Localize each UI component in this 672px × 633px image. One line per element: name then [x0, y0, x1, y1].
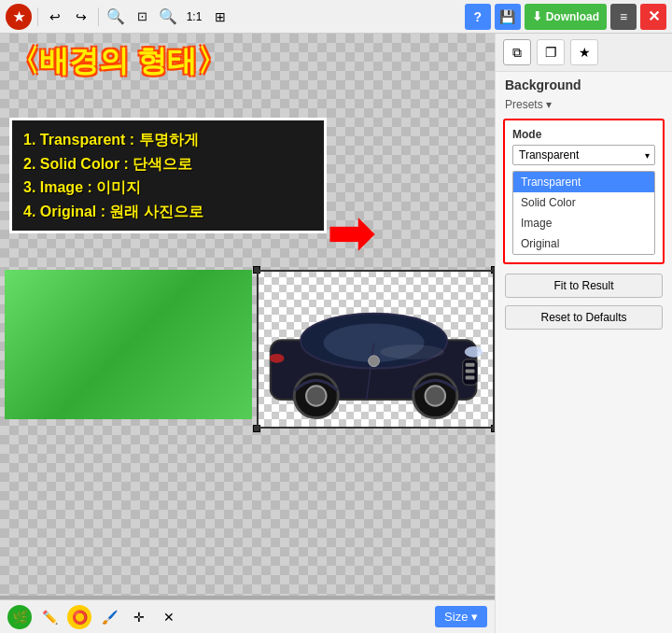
copy-icon-btn[interactable]: ❐	[537, 39, 565, 65]
bottom-toolbar: 🌿 ✏️ ⭕ 🖌️ ✛ ✕	[0, 599, 495, 633]
left-image-panel[interactable]	[5, 270, 252, 419]
layers-icon-btn[interactable]: ⧉	[503, 39, 531, 65]
toolbar-separator-1	[37, 7, 38, 26]
dropdown-item-image[interactable]: Image	[513, 213, 654, 233]
transparent-background	[257, 270, 495, 429]
presets-arrow-icon: ▾	[546, 98, 552, 111]
sidebar-icons-row: ⧉ ❐ ★	[496, 34, 672, 72]
svg-rect-20	[466, 363, 475, 367]
info-box: 1. Transparent : 투명하게 2. Solid Color : 단…	[9, 118, 327, 233]
canvas-title: 〈배경의 형태〉	[9, 41, 227, 82]
title-overlay: 〈배경의 형태〉	[9, 41, 227, 82]
zoom-fit-button[interactable]: ⊡	[131, 6, 153, 28]
dropdown-item-transparent[interactable]: Transparent	[513, 172, 654, 192]
zoom-in-button[interactable]: 🔍	[157, 6, 179, 28]
svg-point-26	[306, 386, 327, 406]
zoom-100-button[interactable]: 1:1	[183, 6, 205, 28]
menu-button[interactable]: ≡	[610, 4, 637, 30]
canvas-work	[0, 265, 495, 596]
right-sidebar: ⧉ ❐ ★ Background Presets ▾ Mode Transpar…	[495, 34, 672, 633]
mode-section: Mode Transparent Solid Color Image Origi…	[503, 119, 665, 264]
main-area: 〈배경의 형태〉 1. Transparent : 투명하게 2. Solid …	[0, 34, 672, 633]
undo-button[interactable]: ↩	[44, 6, 66, 28]
background-section-label: Background	[496, 72, 672, 94]
dropdown-item-original[interactable]: Original	[513, 233, 654, 254]
svg-point-23	[465, 346, 483, 358]
delete-tool-icon[interactable]: ✕	[157, 605, 181, 629]
help-button[interactable]: ?	[465, 4, 491, 30]
zoom-custom-button[interactable]: ⊞	[209, 6, 231, 28]
pencil-tool-icon[interactable]: ✏️	[37, 605, 62, 629]
star-icon-btn[interactable]: ★	[570, 39, 598, 65]
presets-button[interactable]: Presets ▾	[505, 98, 552, 111]
top-right-buttons: ? 💾 ⬇ Download ≡ ✕	[465, 4, 666, 30]
mode-select-wrapper[interactable]: Transparent Solid Color Image Original ▾	[512, 145, 655, 165]
info-line-4: 4. Original : 원래 사진으로	[23, 200, 313, 224]
presets-row: Presets ▾	[496, 94, 672, 115]
fit-to-result-button[interactable]: Fit to Result	[505, 274, 663, 298]
download-button[interactable]: ⬇ Download	[525, 4, 607, 30]
mode-dropdown-list: Transparent Solid Color Image Original	[512, 171, 655, 255]
dropdown-item-solid-color[interactable]: Solid Color	[513, 192, 654, 213]
handle-bottom-left[interactable]	[253, 425, 260, 432]
svg-point-24	[270, 354, 285, 363]
dark-car-svg	[257, 270, 495, 429]
info-line-3: 3. Image : 이미지	[23, 176, 313, 200]
svg-point-28	[425, 386, 445, 406]
svg-rect-22	[466, 375, 475, 379]
svg-point-18	[380, 345, 444, 359]
handle-top-left[interactable]	[253, 266, 260, 274]
brush-tool-icon[interactable]: 🖌️	[97, 605, 121, 629]
right-image-panel[interactable]	[257, 270, 495, 429]
svg-rect-21	[466, 370, 475, 373]
logo-icon[interactable]: ★	[6, 4, 32, 30]
green-tool-icon[interactable]: 🌿	[7, 605, 32, 629]
zoom-out-button[interactable]: 🔍	[105, 6, 127, 28]
mode-label: Mode	[512, 128, 655, 141]
circle-tool-icon[interactable]: ⭕	[67, 605, 91, 629]
size-button[interactable]: Size ▾	[435, 606, 487, 627]
save-button[interactable]: 💾	[495, 4, 521, 30]
green-background	[5, 270, 252, 419]
info-line-1: 1. Transparent : 투명하게	[23, 128, 313, 152]
reset-defaults-button[interactable]: Reset to Defaults	[505, 305, 663, 330]
close-button[interactable]: ✕	[640, 4, 666, 30]
toolbar-separator-2	[98, 7, 99, 26]
canvas-area[interactable]: 〈배경의 형태〉 1. Transparent : 투명하게 2. Solid …	[0, 34, 495, 633]
move-tool-icon[interactable]: ✛	[127, 605, 151, 629]
info-line-2: 2. Solid Color : 단색으로	[23, 152, 313, 176]
redo-button[interactable]: ↪	[70, 6, 92, 28]
red-arrow: ➡	[327, 206, 373, 262]
svg-point-30	[369, 356, 380, 367]
top-toolbar: ★ ↩ ↪ 🔍 ⊡ 🔍 1:1 ⊞ ? 💾 ⬇ Download ≡ ✕	[0, 0, 672, 34]
handle-bottom-right[interactable]	[491, 425, 495, 432]
mode-select[interactable]: Transparent Solid Color Image Original	[512, 145, 655, 165]
handle-top-right[interactable]	[491, 266, 495, 274]
